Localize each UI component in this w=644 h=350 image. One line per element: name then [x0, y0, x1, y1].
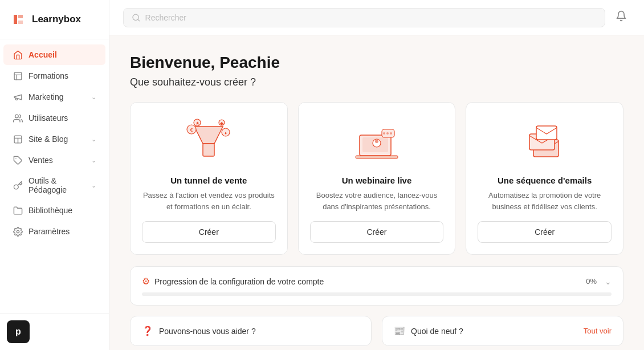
email-card: Une séquence d'emails Automatisez la pro…	[466, 102, 623, 255]
news-card: 📰 Quoi de neuf ? Tout voir	[382, 316, 623, 346]
svg-point-29	[386, 132, 389, 135]
chevron-down-icon: ⌄	[91, 182, 96, 189]
webinar-card-title: Un webinaire live	[342, 176, 412, 185]
chevron-down-icon: ⌄	[91, 93, 96, 101]
webinar-illustration	[348, 116, 405, 168]
sidebar-item-label: Accueil	[28, 50, 57, 59]
email-card-title: Une séquence d'emails	[498, 176, 592, 185]
notification-bell-button[interactable]	[612, 7, 630, 28]
svg-rect-24	[356, 156, 398, 158]
svg-point-30	[390, 132, 392, 135]
sidebar-item-utilisateurs[interactable]: Utilisateurs	[3, 108, 105, 128]
nav-menu: Accueil Formations Marketing ⌄ Utilisate…	[0, 39, 109, 313]
pixel-avatar[interactable]: p	[7, 320, 30, 343]
sidebar-item-label: Utilisateurs	[28, 113, 68, 123]
key-icon	[13, 180, 23, 190]
svg-text:♦: ♦	[225, 131, 227, 136]
progress-bar-track	[142, 292, 612, 296]
sidebar-item-label: Outils & Pédagogie	[28, 176, 85, 194]
svg-rect-0	[9, 10, 27, 29]
tunnel-card-desc: Passez à l'action et vendez vos produits…	[142, 190, 276, 212]
settings-icon	[13, 226, 23, 237]
tunnel-card-title: Un tunnel de vente	[170, 176, 247, 185]
welcome-title: Bienvenue, Peachie	[130, 54, 623, 72]
news-card-label: Quoi de neuf ?	[411, 327, 578, 336]
sidebar-item-outils[interactable]: Outils & Pédagogie ⌄	[3, 171, 105, 200]
sidebar-item-label: Paramètres	[28, 227, 70, 236]
tunnel-create-button[interactable]: Créer	[142, 221, 276, 243]
tag-icon	[13, 155, 23, 165]
webinar-card: Un webinaire live Boostez votre audience…	[298, 102, 456, 255]
sidebar-item-site-blog[interactable]: Site & Blog ⌄	[3, 129, 105, 149]
email-create-button[interactable]: Créer	[478, 221, 612, 243]
progress-header: ⚙ Progression de la configuration de vot…	[142, 276, 612, 287]
svg-point-4	[15, 115, 18, 118]
svg-point-9	[17, 230, 19, 233]
chevron-down-icon[interactable]: ⌄	[605, 277, 612, 286]
svg-marker-12	[194, 127, 223, 144]
chevron-down-icon: ⌄	[91, 157, 96, 164]
chevron-down-icon: ⌄	[91, 136, 96, 143]
sidebar-item-label: Formations	[28, 71, 68, 80]
bell-icon	[616, 10, 627, 22]
news-view-all-link[interactable]: Tout voir	[584, 327, 612, 335]
sidebar: Learnybox Accueil Formations Marketing ⌄	[0, 0, 109, 350]
tunnel-illustration: € ♦ ★ ◆	[180, 116, 237, 168]
sidebar-item-formations[interactable]: Formations	[3, 66, 105, 86]
top-header	[109, 0, 644, 35]
gear-icon: ⚙	[142, 276, 150, 287]
main-area: Bienvenue, Peachie Que souhaitez-vous cr…	[109, 0, 644, 350]
sidebar-item-parametres[interactable]: Paramètres	[3, 221, 105, 242]
svg-rect-33	[536, 126, 557, 140]
bottom-row: ❓ Pouvons-nous vous aider ? 📰 Quoi de ne…	[130, 316, 623, 346]
help-card-label: Pouvons-nous vous aider ?	[159, 327, 360, 336]
sidebar-item-bibliotheque[interactable]: Bibliothèque	[3, 200, 105, 221]
svg-rect-1	[14, 72, 22, 80]
progress-section: ⚙ Progression de la configuration de vot…	[130, 266, 623, 306]
svg-rect-13	[203, 144, 214, 156]
email-card-desc: Automatisez la promotion de votre busine…	[478, 190, 612, 212]
search-bar[interactable]	[123, 8, 605, 27]
svg-point-26	[375, 140, 378, 143]
progress-percent: 0%	[586, 277, 597, 286]
svg-text:€: €	[190, 127, 193, 133]
megaphone-icon	[13, 92, 23, 102]
users-icon	[13, 113, 23, 123]
sidebar-item-accueil[interactable]: Accueil	[3, 44, 105, 65]
sidebar-item-marketing[interactable]: Marketing ⌄	[3, 87, 105, 107]
email-illustration	[516, 116, 573, 168]
progress-label: Progression de la configuration de votre…	[154, 277, 581, 286]
folder-icon	[13, 205, 23, 215]
help-card: ❓ Pouvons-nous vous aider ?	[130, 316, 372, 346]
newspaper-icon: 📰	[394, 325, 405, 336]
svg-point-28	[383, 132, 385, 135]
question-icon: ❓	[142, 325, 153, 336]
sidebar-bottom: p	[0, 313, 109, 350]
svg-text:◆: ◆	[220, 121, 224, 126]
layout-icon	[13, 134, 23, 144]
sidebar-item-label: Ventes	[28, 156, 53, 165]
webinar-card-desc: Boostez votre audience, lancez-vous dans…	[310, 190, 444, 212]
search-input[interactable]	[145, 13, 597, 22]
sidebar-item-label: Bibliothèque	[28, 206, 72, 215]
svg-line-11	[138, 19, 140, 21]
create-subtitle: Que souhaitez-vous créer ?	[130, 76, 623, 88]
tunnel-card: € ♦ ★ ◆ Un tunnel de vente Passez à l'ac…	[130, 102, 288, 255]
logo-text: Learnybox	[32, 14, 81, 25]
sidebar-item-label: Marketing	[28, 92, 63, 101]
sidebar-item-label: Site & Blog	[28, 135, 68, 144]
home-icon	[13, 50, 23, 60]
webinar-create-button[interactable]: Créer	[310, 221, 444, 243]
sidebar-item-ventes[interactable]: Ventes ⌄	[3, 150, 105, 170]
page-content: Bienvenue, Peachie Que souhaitez-vous cr…	[109, 35, 644, 350]
search-icon	[132, 13, 141, 22]
creation-cards-row: € ♦ ★ ◆ Un tunnel de vente Passez à l'ac…	[130, 102, 623, 255]
logo-area: Learnybox	[0, 0, 109, 39]
book-icon	[13, 71, 23, 81]
learnybox-logo-icon	[9, 10, 27, 29]
svg-text:★: ★	[195, 121, 199, 126]
